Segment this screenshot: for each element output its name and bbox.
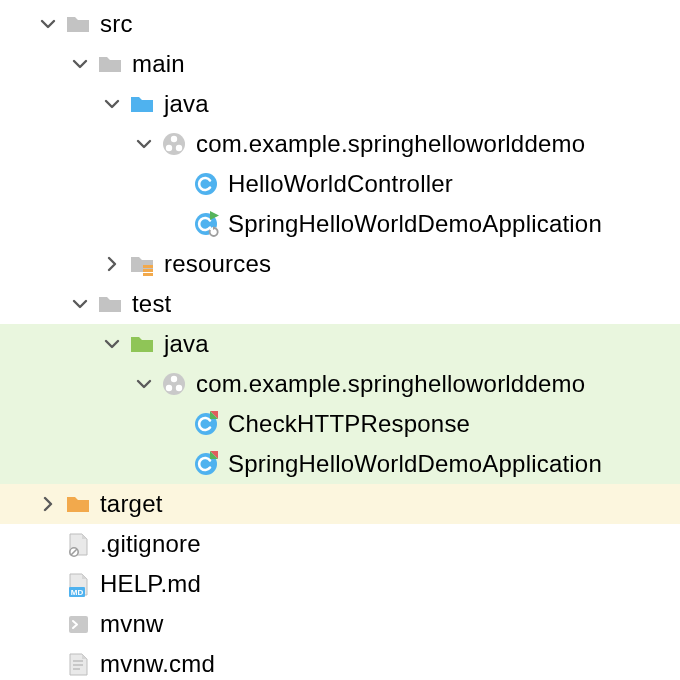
tree-item-hello-controller[interactable]: HelloWorldController <box>0 164 680 204</box>
tree-item-main-app[interactable]: SpringHelloWorldDemoApplication <box>0 204 680 244</box>
tree-item-test-app[interactable]: SpringHelloWorldDemoApplication <box>0 444 680 484</box>
chevron-down-icon[interactable] <box>128 128 160 160</box>
tree-item-label: mvnw <box>100 612 163 636</box>
tree-item-src[interactable]: src <box>0 4 680 44</box>
tree-item-label: HelloWorldController <box>228 172 453 196</box>
class-test-icon <box>192 410 220 438</box>
chevron-down-icon[interactable] <box>32 8 64 40</box>
folder-icon <box>96 290 124 318</box>
tree-item-label: main <box>132 52 185 76</box>
tree-item-label: mvnw.cmd <box>100 652 215 676</box>
tree-item-label: HELP.md <box>100 572 201 596</box>
tree-item-resources[interactable]: resources <box>0 244 680 284</box>
package-icon <box>160 130 188 158</box>
tree-item-main-java[interactable]: java <box>0 84 680 124</box>
class-icon <box>192 170 220 198</box>
folder-icon <box>64 10 92 38</box>
tree-item-label: test <box>132 292 171 316</box>
tree-item-main-package[interactable]: com.example.springhelloworlddemo <box>0 124 680 164</box>
tree-item-target[interactable]: target <box>0 484 680 524</box>
resources-folder-icon <box>128 250 156 278</box>
tree-item-test-package[interactable]: com.example.springhelloworlddemo <box>0 364 680 404</box>
tree-item-test[interactable]: test <box>0 284 680 324</box>
tree-item-check-http[interactable]: CheckHTTPResponse <box>0 404 680 444</box>
tree-item-label: .gitignore <box>100 532 201 556</box>
tree-item-main[interactable]: main <box>0 44 680 84</box>
text-file-icon <box>64 650 92 678</box>
tree-item-label: SpringHelloWorldDemoApplication <box>228 212 602 236</box>
tree-item-gitignore[interactable]: .gitignore <box>0 524 680 564</box>
chevron-right-icon[interactable] <box>96 248 128 280</box>
chevron-right-icon[interactable] <box>32 488 64 520</box>
md-file-icon <box>64 570 92 598</box>
tree-item-label: java <box>164 332 209 356</box>
tree-item-label: CheckHTTPResponse <box>228 412 470 436</box>
shell-file-icon <box>64 610 92 638</box>
chevron-down-icon[interactable] <box>128 368 160 400</box>
gitignore-file-icon <box>64 530 92 558</box>
tree-item-label: com.example.springhelloworlddemo <box>196 132 585 156</box>
tree-item-label: target <box>100 492 163 516</box>
tree-item-test-java[interactable]: java <box>0 324 680 364</box>
project-tree[interactable]: src main java com.example.springhellowor… <box>0 0 680 680</box>
chevron-down-icon[interactable] <box>64 288 96 320</box>
tree-item-mvnw[interactable]: mvnw <box>0 604 680 644</box>
folder-icon <box>96 50 124 78</box>
tree-item-label: src <box>100 12 133 36</box>
chevron-down-icon[interactable] <box>96 328 128 360</box>
folder-orange-icon <box>64 490 92 518</box>
folder-green-icon <box>128 330 156 358</box>
tree-item-label: SpringHelloWorldDemoApplication <box>228 452 602 476</box>
class-run-icon <box>192 210 220 238</box>
chevron-down-icon[interactable] <box>64 48 96 80</box>
tree-item-label: java <box>164 92 209 116</box>
chevron-down-icon[interactable] <box>96 88 128 120</box>
tree-item-mvnw-cmd[interactable]: mvnw.cmd <box>0 644 680 680</box>
class-test-icon <box>192 450 220 478</box>
tree-item-label: com.example.springhelloworlddemo <box>196 372 585 396</box>
folder-blue-icon <box>128 90 156 118</box>
package-icon <box>160 370 188 398</box>
tree-item-label: resources <box>164 252 271 276</box>
tree-item-help-md[interactable]: HELP.md <box>0 564 680 604</box>
